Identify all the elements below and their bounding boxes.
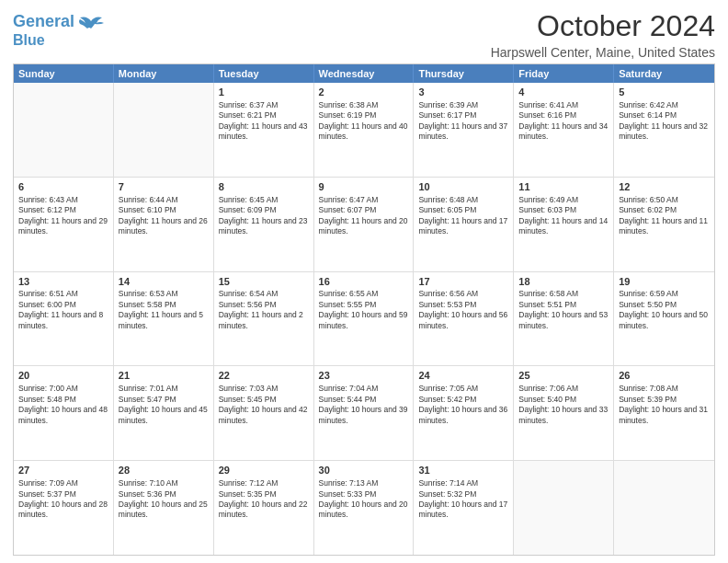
header-wednesday: Wednesday xyxy=(314,64,415,83)
cell-details: Sunrise: 7:05 AM Sunset: 5:42 PM Dayligh… xyxy=(418,384,508,426)
cell-details: Sunrise: 6:49 AM Sunset: 6:03 PM Dayligh… xyxy=(518,195,609,237)
day-number: 10 xyxy=(418,180,508,194)
table-row: 20Sunrise: 7:00 AM Sunset: 5:48 PM Dayli… xyxy=(14,366,114,460)
cell-details: Sunrise: 6:55 AM Sunset: 5:55 PM Dayligh… xyxy=(319,289,409,331)
day-number: 29 xyxy=(219,464,309,477)
table-row: 12Sunrise: 6:50 AM Sunset: 6:02 PM Dayli… xyxy=(614,178,714,271)
cell-details: Sunrise: 6:51 AM Sunset: 6:00 PM Dayligh… xyxy=(18,289,108,331)
day-number: 5 xyxy=(619,86,710,99)
table-row: 21Sunrise: 7:01 AM Sunset: 5:47 PM Dayli… xyxy=(114,366,214,460)
day-number: 4 xyxy=(518,86,609,99)
header-thursday: Thursday xyxy=(414,64,514,83)
cell-details: Sunrise: 7:13 AM Sunset: 5:33 PM Dayligh… xyxy=(319,478,409,521)
week-row-4: 20Sunrise: 7:00 AM Sunset: 5:48 PM Dayli… xyxy=(14,365,714,460)
table-row: 29Sunrise: 7:12 AM Sunset: 5:35 PM Dayli… xyxy=(214,461,314,555)
table-row: 22Sunrise: 7:03 AM Sunset: 5:45 PM Dayli… xyxy=(214,366,314,460)
table-row: 31Sunrise: 7:14 AM Sunset: 5:32 PM Dayli… xyxy=(414,461,514,555)
table-row: 3Sunrise: 6:39 AM Sunset: 6:17 PM Daylig… xyxy=(414,83,514,177)
cell-details: Sunrise: 7:00 AM Sunset: 5:48 PM Dayligh… xyxy=(18,384,108,426)
cell-details: Sunrise: 7:10 AM Sunset: 5:36 PM Dayligh… xyxy=(119,478,209,521)
table-row xyxy=(514,461,614,555)
main-title: October 2024 xyxy=(491,9,715,43)
cell-details: Sunrise: 7:08 AM Sunset: 5:39 PM Dayligh… xyxy=(619,384,710,426)
header-monday: Monday xyxy=(114,64,214,83)
header-tuesday: Tuesday xyxy=(214,64,314,83)
week-row-5: 27Sunrise: 7:09 AM Sunset: 5:37 PM Dayli… xyxy=(14,460,714,555)
table-row: 26Sunrise: 7:08 AM Sunset: 5:39 PM Dayli… xyxy=(614,366,714,460)
cell-details: Sunrise: 7:01 AM Sunset: 5:47 PM Dayligh… xyxy=(119,384,209,426)
logo: General Blue xyxy=(13,9,106,50)
day-number: 6 xyxy=(18,180,108,194)
table-row: 8Sunrise: 6:45 AM Sunset: 6:09 PM Daylig… xyxy=(214,178,314,271)
day-number: 20 xyxy=(18,369,108,383)
logo-bird-icon xyxy=(76,14,106,40)
header-saturday: Saturday xyxy=(614,64,714,83)
page: General Blue October 2024 Harpswell Cent… xyxy=(0,0,728,563)
table-row: 19Sunrise: 6:59 AM Sunset: 5:50 PM Dayli… xyxy=(614,272,714,366)
day-number: 26 xyxy=(619,369,710,383)
day-number: 7 xyxy=(119,180,209,194)
logo-general: General xyxy=(13,12,74,30)
cell-details: Sunrise: 7:06 AM Sunset: 5:40 PM Dayligh… xyxy=(518,384,609,426)
table-row: 16Sunrise: 6:55 AM Sunset: 5:55 PM Dayli… xyxy=(314,272,415,366)
table-row: 24Sunrise: 7:05 AM Sunset: 5:42 PM Dayli… xyxy=(414,366,514,460)
day-number: 19 xyxy=(619,275,710,289)
cell-details: Sunrise: 7:09 AM Sunset: 5:37 PM Dayligh… xyxy=(18,478,108,521)
day-number: 12 xyxy=(619,180,710,194)
logo-blue: Blue xyxy=(13,32,45,48)
day-number: 14 xyxy=(119,275,209,289)
cell-details: Sunrise: 6:42 AM Sunset: 6:14 PM Dayligh… xyxy=(619,100,710,143)
table-row: 1Sunrise: 6:37 AM Sunset: 6:21 PM Daylig… xyxy=(214,83,314,177)
table-row: 18Sunrise: 6:58 AM Sunset: 5:51 PM Dayli… xyxy=(514,272,614,366)
table-row: 28Sunrise: 7:10 AM Sunset: 5:36 PM Dayli… xyxy=(114,461,214,555)
week-row-1: 1Sunrise: 6:37 AM Sunset: 6:21 PM Daylig… xyxy=(14,83,714,177)
cell-details: Sunrise: 7:14 AM Sunset: 5:32 PM Dayligh… xyxy=(418,478,508,521)
table-row: 5Sunrise: 6:42 AM Sunset: 6:14 PM Daylig… xyxy=(614,83,714,177)
cell-details: Sunrise: 6:37 AM Sunset: 6:21 PM Dayligh… xyxy=(219,100,309,143)
table-row: 30Sunrise: 7:13 AM Sunset: 5:33 PM Dayli… xyxy=(314,461,415,555)
table-row: 6Sunrise: 6:43 AM Sunset: 6:12 PM Daylig… xyxy=(14,178,114,271)
cell-details: Sunrise: 6:38 AM Sunset: 6:19 PM Dayligh… xyxy=(319,100,409,143)
table-row: 13Sunrise: 6:51 AM Sunset: 6:00 PM Dayli… xyxy=(14,272,114,366)
day-number: 25 xyxy=(518,369,609,383)
table-row xyxy=(114,83,214,177)
calendar-header: Sunday Monday Tuesday Wednesday Thursday… xyxy=(14,64,714,83)
day-number: 24 xyxy=(418,369,508,383)
calendar-body: 1Sunrise: 6:37 AM Sunset: 6:21 PM Daylig… xyxy=(14,83,714,555)
cell-details: Sunrise: 6:48 AM Sunset: 6:05 PM Dayligh… xyxy=(418,195,508,237)
day-number: 2 xyxy=(319,86,409,99)
table-row: 4Sunrise: 6:41 AM Sunset: 6:16 PM Daylig… xyxy=(514,83,614,177)
day-number: 28 xyxy=(119,464,209,477)
day-number: 11 xyxy=(518,180,609,194)
cell-details: Sunrise: 6:45 AM Sunset: 6:09 PM Dayligh… xyxy=(219,195,309,237)
day-number: 9 xyxy=(319,180,409,194)
day-number: 13 xyxy=(18,275,108,289)
day-number: 8 xyxy=(219,180,309,194)
day-number: 15 xyxy=(219,275,309,289)
cell-details: Sunrise: 6:53 AM Sunset: 5:58 PM Dayligh… xyxy=(119,289,209,331)
calendar: Sunday Monday Tuesday Wednesday Thursday… xyxy=(13,63,715,556)
cell-details: Sunrise: 6:47 AM Sunset: 6:07 PM Dayligh… xyxy=(319,195,409,237)
table-row: 7Sunrise: 6:44 AM Sunset: 6:10 PM Daylig… xyxy=(114,178,214,271)
week-row-3: 13Sunrise: 6:51 AM Sunset: 6:00 PM Dayli… xyxy=(14,271,714,366)
cell-details: Sunrise: 6:56 AM Sunset: 5:53 PM Dayligh… xyxy=(418,289,508,331)
cell-details: Sunrise: 6:59 AM Sunset: 5:50 PM Dayligh… xyxy=(619,289,710,331)
cell-details: Sunrise: 6:58 AM Sunset: 5:51 PM Dayligh… xyxy=(518,289,609,331)
day-number: 1 xyxy=(219,86,309,99)
day-number: 27 xyxy=(18,464,108,477)
table-row: 2Sunrise: 6:38 AM Sunset: 6:19 PM Daylig… xyxy=(314,83,415,177)
day-number: 3 xyxy=(418,86,508,99)
cell-details: Sunrise: 7:03 AM Sunset: 5:45 PM Dayligh… xyxy=(219,384,309,426)
week-row-2: 6Sunrise: 6:43 AM Sunset: 6:12 PM Daylig… xyxy=(14,177,714,271)
table-row: 11Sunrise: 6:49 AM Sunset: 6:03 PM Dayli… xyxy=(514,178,614,271)
table-row: 9Sunrise: 6:47 AM Sunset: 6:07 PM Daylig… xyxy=(314,178,415,271)
cell-details: Sunrise: 6:54 AM Sunset: 5:56 PM Dayligh… xyxy=(219,289,309,331)
cell-details: Sunrise: 6:43 AM Sunset: 6:12 PM Dayligh… xyxy=(18,195,108,237)
logo-text: General Blue xyxy=(13,13,74,50)
header-friday: Friday xyxy=(514,64,614,83)
day-number: 23 xyxy=(319,369,409,383)
table-row: 25Sunrise: 7:06 AM Sunset: 5:40 PM Dayli… xyxy=(514,366,614,460)
table-row: 15Sunrise: 6:54 AM Sunset: 5:56 PM Dayli… xyxy=(214,272,314,366)
table-row xyxy=(14,83,114,177)
cell-details: Sunrise: 6:41 AM Sunset: 6:16 PM Dayligh… xyxy=(518,100,609,143)
